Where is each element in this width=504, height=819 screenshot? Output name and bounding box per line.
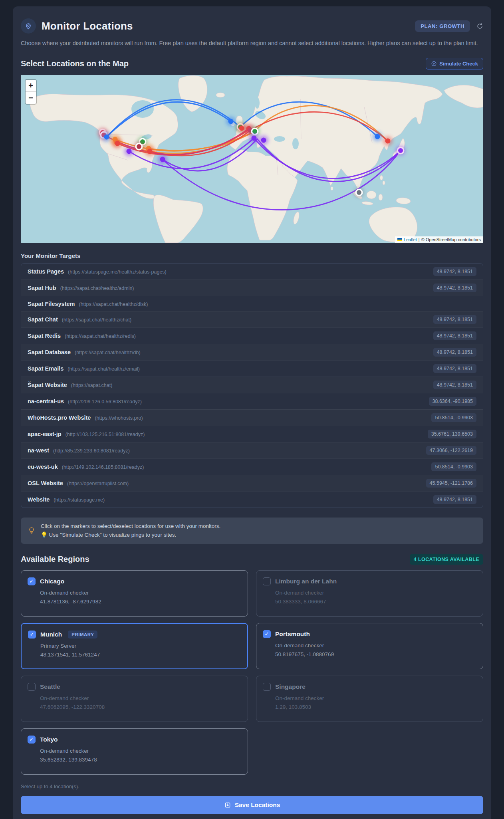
target-coords-badge: 48.9742, 8.1851 [433,348,476,357]
location-marker[interactable] [261,138,266,143]
target-row-left: Sapat Hub(https://sapat.chat/healthz/adm… [28,285,134,291]
save-icon [224,801,231,809]
monitor-locations-panel: Monitor Locations PLAN: GROWTH Choose wh… [13,6,491,819]
region-name: Seattle [40,683,60,690]
zoom-out-button[interactable]: − [26,92,36,104]
target-name: na-central-us [28,398,64,405]
osm-attribution[interactable]: © OpenStreetMap contributors [421,237,481,242]
location-marker[interactable] [147,149,153,154]
target-row: eu-west-uk(http://149.102.146.185:8081/r… [21,458,483,475]
target-url: (http://149.102.146.185:8081/readyz) [62,464,144,470]
target-row: na-central-us(http://209.126.0.56:8081/r… [21,393,483,409]
location-marker[interactable] [228,119,234,124]
refresh-icon[interactable] [476,23,483,30]
target-row: Sapat Emails(https://sapat.chat/healthz/… [21,360,483,377]
play-circle-icon [431,61,437,67]
targets-heading: Your Monitor Targets [21,252,483,259]
region-checkbox-limburg-an-der-lahn[interactable] [263,577,271,585]
target-url: (https://statuspage.me) [54,497,105,503]
region-card-limburg-an-der-lahn[interactable]: Limburg an der LahnOn-demand checker50.3… [256,570,483,617]
location-marker[interactable] [357,190,361,195]
location-marker[interactable] [127,149,132,154]
page-description: Choose where your distributed monitors w… [21,39,480,48]
location-marker[interactable] [115,141,120,146]
regions-heading: Available Regions [21,555,89,564]
tip-line-2: 💡 Use "Simulate Check" to visualize ping… [41,531,220,539]
target-url: (http://209.126.0.56:8081/readyz) [68,399,142,405]
target-row: WhoHosts.pro Website(https://whohosts.pr… [21,409,483,426]
target-row-left: Website(https://statuspage.me) [28,496,105,503]
target-row: Sapat Database(https://sapat.chat/health… [21,344,483,360]
target-name: Status Pages [28,268,64,275]
region-card-portsmouth[interactable]: ✓PortsmouthOn-demand checker50.8197675, … [256,623,483,669]
target-coords-badge: 45.5945, -121.1786 [426,479,476,488]
target-row: Šapat Website(https://sapat.chat)48.9742… [21,377,483,393]
region-meta: Primary Server [40,643,241,649]
target-row: Sapat Chat(https://sapat.chat/healthz/ch… [21,311,483,327]
target-name: Sapat Hub [28,285,56,291]
map-section-heading: Select Locations on the Map [21,59,129,68]
simulate-check-button[interactable]: Simulate Check [426,58,483,69]
region-card-seattle[interactable]: SeattleOn-demand checker47.6062095, -122… [21,676,248,722]
attribution-separator: | [419,237,420,242]
region-meta: On-demand checker [40,748,241,754]
location-marker[interactable] [239,126,244,131]
targets-list: Status Pages(https://statuspage.me/healt… [21,263,483,508]
target-name: Sapat Emails [28,365,63,372]
target-row-left: WhoHosts.pro Website(https://whohosts.pr… [28,414,143,421]
region-checkbox-tokyo[interactable]: ✓ [28,736,36,744]
region-checkbox-portsmouth[interactable]: ✓ [263,630,271,638]
target-url: (https://sapat.chat/healthz/admin) [60,286,134,291]
region-coords: 35.652832, 139.839478 [40,757,241,763]
region-card-munich[interactable]: ✓MunichPRIMARYPrimary Server48.1371541, … [21,623,248,669]
region-card-head: ✓Tokyo [28,736,241,744]
target-row-left: eu-west-uk(http://149.102.146.185:8081/r… [28,464,144,470]
target-row-left: na-central-us(http://209.126.0.56:8081/r… [28,398,142,405]
target-url: (https://whohosts.pro) [95,415,143,421]
region-checkbox-seattle[interactable] [28,683,36,691]
target-url: (https://statuspage.me/healthz/status-pa… [68,269,167,275]
map-attribution: Leaflet | © OpenStreetMap contributors [395,236,483,243]
simulate-check-label: Simulate Check [439,61,478,67]
region-card-head: ✓MunichPRIMARY [28,631,241,639]
location-marker[interactable] [104,135,109,140]
region-coords: 50.383333, 8.066667 [275,599,476,605]
location-marker[interactable] [385,139,391,144]
regions-grid: ✓ChicagoOn-demand checker41.8781136, -87… [21,570,483,775]
location-marker[interactable] [375,134,380,139]
leaflet-link[interactable]: Leaflet [404,237,417,242]
lightbulb-icon [27,526,36,535]
region-meta: On-demand checker [275,643,476,648]
save-locations-button[interactable]: Save Locations [21,796,483,814]
target-url: (https://sapat.chat/healthz/redis) [65,333,136,339]
limit-note: Select up to 4 location(s). [21,783,483,789]
location-marker[interactable] [252,129,257,134]
world-map[interactable]: + − Leaflet | © OpenStreetMap contributo… [21,75,483,243]
location-marker[interactable] [398,148,403,153]
region-checkbox-chicago[interactable]: ✓ [28,577,36,585]
target-row: Website(https://statuspage.me)48.9742, 8… [21,491,483,508]
target-row: Sapat Redis(https://sapat.chat/healthz/r… [21,327,483,344]
location-marker[interactable] [137,144,141,149]
region-checkbox-singapore[interactable] [263,683,271,691]
region-card-chicago[interactable]: ✓ChicagoOn-demand checker41.8781136, -87… [21,570,248,617]
target-coords-badge: 50.8514, -0.9903 [431,413,476,422]
region-name: Tokyo [40,736,58,743]
region-card-tokyo[interactable]: ✓TokyoOn-demand checker35.652832, 139.83… [21,728,248,775]
target-coords-badge: 48.9742, 8.1851 [433,315,476,324]
region-coords: 41.8781136, -87.6297982 [40,599,241,605]
target-url: (http://85.239.233.60:8081/readyz) [53,448,130,454]
location-marker[interactable] [252,136,257,141]
region-card-singapore[interactable]: SingaporeOn-demand checker1.29, 103.8503 [256,676,483,722]
target-url: (https://sapat.chat/healthz/chat) [62,317,131,323]
target-coords-badge: 35.6761, 139.6503 [428,430,476,438]
target-row: na-west(http://85.239.233.60:8081/readyz… [21,442,483,458]
location-marker[interactable] [160,157,165,162]
target-name: Sapat Database [28,349,71,355]
target-coords-badge: 48.9742, 8.1851 [433,495,476,504]
target-row: apac-east-jp(http://103.125.216.51:8081/… [21,426,483,442]
region-card-head: ✓Chicago [28,577,241,585]
target-row-left: Sapat Emails(https://sapat.chat/healthz/… [28,365,140,372]
region-checkbox-munich[interactable]: ✓ [28,631,36,639]
zoom-in-button[interactable]: + [26,80,36,92]
